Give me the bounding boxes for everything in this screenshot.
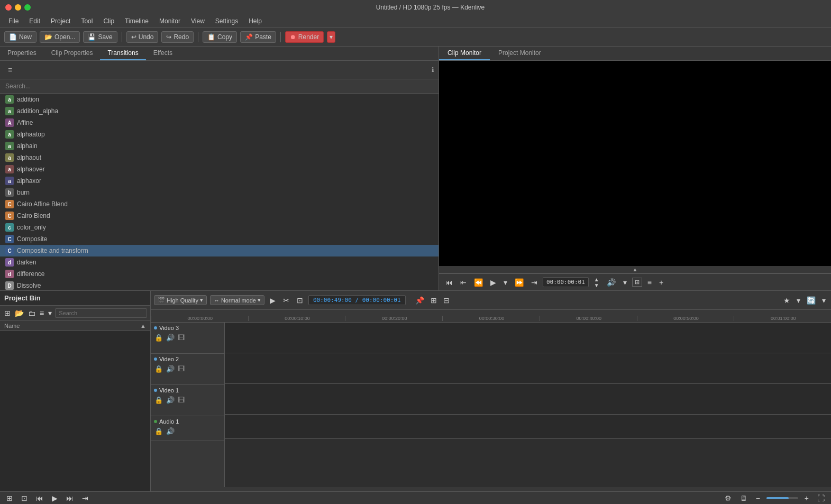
mode-button[interactable]: ↔ Normal mode ▾ [210, 295, 264, 305]
timeline-timecode[interactable]: 00:00:49:00 / 00:00:00:01 [308, 295, 406, 305]
tab-project-monitor[interactable]: Project Monitor [490, 47, 550, 60]
menu-project[interactable]: Project [47, 16, 75, 26]
status-forward-button[interactable]: ⏭ [64, 493, 76, 503]
tl-play-button[interactable]: ▶ [268, 295, 278, 306]
timeline-ruler[interactable]: 00:00:00:0000:00:10:0000:00:20:0000:00:3… [151, 310, 831, 323]
menu-view[interactable]: View [187, 16, 209, 26]
track-mute-button[interactable]: 🔊 [166, 333, 175, 342]
status-end-button[interactable]: ⇥ [80, 493, 90, 503]
menu-help[interactable]: Help [244, 16, 266, 26]
status-monitor-button[interactable]: 🖥 [738, 493, 750, 503]
track-film-button[interactable]: 🎞 [177, 333, 185, 342]
track-mute-button[interactable]: 🔊 [166, 364, 175, 373]
transition-item[interactable]: C Cairo Blend [0, 210, 439, 222]
track-mute-button[interactable]: 🔊 [166, 396, 175, 405]
bin-search-input[interactable] [55, 308, 147, 318]
bin-menu-dropdown[interactable]: ▾ [47, 308, 53, 318]
open-button[interactable]: 📂 Open... [40, 31, 80, 43]
track-film-button[interactable]: 🎞 [177, 396, 185, 405]
transition-item[interactable]: d difference [0, 268, 439, 280]
transition-item[interactable]: a alphaxor [0, 175, 439, 187]
track-lock-button[interactable]: 🔒 [154, 396, 163, 405]
transitions-search[interactable] [0, 79, 439, 94]
track-mute-button[interactable]: 🔊 [166, 427, 175, 436]
render-button[interactable]: ⏺ Render [285, 31, 324, 43]
zoom-slider[interactable] [766, 497, 798, 499]
tab-transitions[interactable]: Transitions [100, 47, 145, 60]
timecode-display[interactable]: 00:00:00:01 [543, 277, 589, 287]
tl-favorite-dropdown[interactable]: ▾ [795, 295, 802, 306]
bin-sort-icon[interactable]: ▲ [140, 323, 146, 329]
tl-cut-button[interactable]: ✂ [281, 295, 291, 306]
play-button[interactable]: ▶ [488, 277, 498, 288]
menu-monitor[interactable]: Monitor [155, 16, 185, 26]
jump-to-start-button[interactable]: ⏮ [443, 277, 455, 288]
tl-loop-button[interactable]: 🔄 [805, 295, 818, 306]
menu-settings[interactable]: Settings [211, 16, 242, 26]
save-button[interactable]: 💾 Save [83, 31, 117, 43]
timeline-scrollbar[interactable] [151, 487, 831, 491]
status-gear-button[interactable]: ⚙ [723, 493, 734, 503]
menu-timeline[interactable]: Timeline [121, 16, 153, 26]
tab-clip-monitor[interactable]: Clip Monitor [439, 47, 490, 60]
menu-tool[interactable]: Tool [77, 16, 97, 26]
redo-button[interactable]: ↪ Redo [161, 31, 194, 43]
transition-item[interactable]: D Dissolve [0, 280, 439, 290]
play-dropdown[interactable]: ▾ [501, 277, 509, 288]
settings-button[interactable]: ≡ [645, 277, 654, 288]
step-forward-button[interactable]: ⇥ [529, 277, 540, 288]
menu-edit[interactable]: Edit [25, 16, 44, 26]
maximize-button[interactable] [24, 4, 31, 11]
status-back-button[interactable]: ⏮ [34, 493, 45, 503]
bin-menu-button[interactable]: ≡ [39, 308, 45, 318]
transition-item[interactable]: a alphain [0, 140, 439, 152]
tab-properties[interactable]: Properties [0, 47, 44, 60]
status-extract-button[interactable]: ⊡ [19, 493, 30, 503]
transition-item[interactable]: b burn [0, 187, 439, 198]
copy-button[interactable]: 📋 Copy [203, 31, 237, 43]
transition-item[interactable]: C Composite and transform [0, 245, 439, 256]
tab-clip-properties[interactable]: Clip Properties [44, 47, 101, 60]
transition-item[interactable]: C Composite [0, 233, 439, 245]
paste-button[interactable]: 📌 Paste [240, 31, 276, 43]
tl-extract-button[interactable]: ⊡ [295, 295, 305, 306]
transition-item[interactable]: C Cairo Affine Blend [0, 198, 439, 210]
bin-view-button[interactable]: ⊞ [3, 308, 12, 318]
tl-group-button[interactable]: ⊟ [441, 295, 452, 306]
transition-item[interactable]: c color_only [0, 222, 439, 233]
undo-button[interactable]: ↩ Undo [126, 31, 159, 43]
transition-item[interactable]: a alphaout [0, 152, 439, 163]
bin-add-button[interactable]: 📂 [14, 308, 25, 318]
tl-favorite-button[interactable]: ★ [781, 295, 792, 306]
status-fullscreen-button[interactable]: ⛶ [815, 493, 827, 503]
transition-item[interactable]: d darken [0, 256, 439, 268]
bin-folder-button[interactable]: 🗀 [27, 308, 36, 318]
preview-scroll-indicator[interactable]: ▲ [439, 266, 831, 273]
render-dropdown[interactable]: ▾ [327, 31, 335, 43]
fit-button[interactable]: ⊞ [632, 278, 642, 287]
track-lock-button[interactable]: 🔒 [154, 333, 163, 342]
status-zoom-out-button[interactable]: − [754, 493, 762, 503]
info-icon[interactable]: ℹ [432, 66, 434, 74]
status-settings-button[interactable]: ⊞ [4, 493, 15, 503]
transition-item[interactable]: a alphaover [0, 163, 439, 175]
minimize-button[interactable] [15, 4, 21, 11]
track-film-button[interactable]: 🎞 [177, 364, 185, 373]
tl-ripple-button[interactable]: ⊞ [428, 295, 439, 306]
menu-file[interactable]: File [4, 16, 23, 26]
tl-loop-dropdown[interactable]: ▾ [820, 295, 828, 306]
tab-effects[interactable]: Effects [146, 47, 180, 60]
status-play-button[interactable]: ▶ [50, 493, 60, 503]
transition-item[interactable]: A Affine [0, 117, 439, 129]
status-zoom-in-button[interactable]: + [802, 493, 811, 503]
track-lock-button[interactable]: 🔒 [154, 427, 163, 436]
add-marker-button[interactable]: + [657, 277, 665, 288]
volume-dropdown[interactable]: ▾ [621, 277, 629, 288]
track-lock-button[interactable]: 🔒 [154, 364, 163, 373]
quality-button[interactable]: 🎬 High Quality ▾ [154, 295, 207, 305]
list-menu-button[interactable]: ≡ [4, 64, 16, 76]
transition-item[interactable]: a alphaatop [0, 129, 439, 140]
menu-clip[interactable]: Clip [99, 16, 118, 26]
tl-snap-button[interactable]: 📌 [413, 295, 426, 306]
close-button[interactable] [5, 4, 12, 11]
